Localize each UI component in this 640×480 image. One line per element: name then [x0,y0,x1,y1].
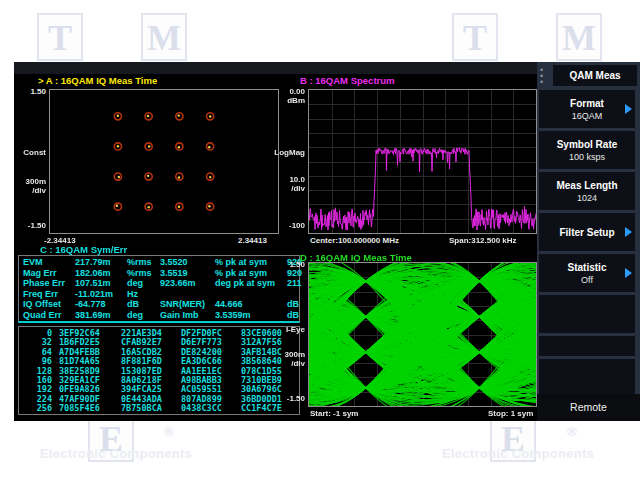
panel-a-axis-label: Const [14,148,46,157]
panel-c-header: C : 16QAM Sym/Err [40,244,127,255]
hex-word: 7B750BCA [121,404,181,413]
softkey-sidebar: ••• QAM Meas Format 16QAM Symbol Rate 10… [537,62,640,421]
softkey-label: Symbol Rate [557,139,618,150]
center-frequency-label: Center:100.000000 MHz [310,236,399,245]
symerr-unit: deg [127,310,160,321]
panel-b-ref-level: 0.00 [265,87,305,96]
symerr-row: Mag Err 182.06m %rms 3.5519 % pk at sym … [23,268,299,279]
panel-a-div-value: 300m [14,177,46,186]
watermark-letter-m: M [141,13,187,61]
watermark-caption: Electronic Components [28,446,204,461]
panel-d-ref-label: 1.50 [265,260,305,269]
softkey-buttons: Format 16QAM Symbol Rate 100 ksps Meas L… [539,90,635,400]
menu-handle-icon[interactable]: ••• [540,67,548,85]
symerr-desc: 3.5359m [215,310,287,321]
panel-a-xmax-label: 2.34413 [238,236,267,245]
symerr-value2: SNR(MER) [160,299,215,310]
softkey-button[interactable]: Format 16QAM [539,90,635,128]
page: T M T M E E ® ® Electronic Components El… [0,0,640,480]
watermark-caption: Electronic Components [430,446,606,461]
symerr-value3: dB [287,299,309,310]
panel-d-axis-label: I-Eye [265,325,305,334]
symerr-value2: 923.66m [160,278,215,289]
symerr-value2 [160,289,215,300]
symerr-row: Quad Err 381.69m deg Gain Imb 3.5359m dB [23,310,299,321]
hex-offset: 32 [19,338,59,347]
symerr-value: 182.06m [75,268,127,279]
symerr-unit: deg [127,278,160,289]
symerr-row: Freq Err -11.021m Hz [23,289,299,300]
constellation-plot [49,89,279,234]
analyzer-screen: > A : 16QAM IQ Meas Time 1.50 Const 300m… [14,62,640,421]
symerr-row: Phase Err 107.51m deg 923.66m deg pk at … [23,278,299,289]
softkey-button[interactable]: Statistic Off [539,254,635,292]
symerr-param: IQ Offset [23,299,75,310]
hex-offset: 0 [19,329,59,338]
panel-b-div-label: /div [265,184,305,193]
symerr-desc: 44.666 [215,299,287,310]
eye-canvas [309,263,536,406]
softkey-button[interactable] [539,359,635,397]
softkey-value: 1024 [577,193,597,203]
symerr-param: Freq Err [23,289,75,300]
remote-status-button[interactable]: Remote [537,394,640,421]
menu-title: QAM Meas [553,65,637,86]
symerr-value2: 3.5520 [160,257,215,268]
spectrum-plot [308,89,537,234]
panel-d-div-label: /div [265,359,305,368]
symerr-value2: 3.5519 [160,268,215,279]
softkey-button[interactable]: Symbol Rate 100 ksps [539,131,635,169]
symerr-desc: deg pk at sym [215,278,287,289]
eye-plot [308,262,537,407]
softkey-button[interactable]: Meas Length 1024 [539,172,635,210]
softkey-value: 100 ksps [569,152,605,162]
watermark-letter-t: T [452,13,498,61]
hex-row: 256 7085F4E6 7B750BCA 0438C3CC CC1F4C7E [19,404,299,413]
symbol-hex-table: 0 3EF92C64 221AE3D4 DF2FD0FC 83CE0600 32… [18,326,300,415]
softkey-label: Statistic [568,262,607,273]
symerr-table: EVM 217.79m %rms 3.5520 % pk at sym 920 … [18,255,300,323]
panel-b-scale-type: LogMag [265,148,305,157]
screen-top-strip [14,62,537,74]
watermark-letter-t: T [37,13,83,61]
watermark-letter-m: M [556,13,602,61]
panel-b-ref-unit: dBm [265,96,305,105]
symerr-unit: %rms [127,257,160,268]
symerr-param: Mag Err [23,268,75,279]
submenu-arrow-icon [625,268,632,278]
hex-word: CC1F4C7E [241,404,299,413]
constellation-canvas [50,90,278,233]
hex-word: 7085F4E6 [59,404,121,413]
panel-a-div-label: /div [14,186,46,195]
panel-a-ref-label: 1.50 [14,87,46,96]
spectrum-canvas [309,90,536,233]
eye-start-label: Start: -1 sym [310,409,358,418]
symerr-desc [215,289,287,300]
panel-d-bottom-label: -1.50 [265,394,305,403]
hex-offset: 64 [19,348,59,357]
submenu-arrow-icon [625,104,632,114]
softkey-button[interactable] [539,336,635,356]
symerr-value: 217.79m [75,257,127,268]
hex-word: 0438C3CC [181,404,241,413]
panel-a-bottom-label: -1.50 [14,221,46,230]
symerr-param: Phase Err [23,278,75,289]
symerr-unit: dB [127,299,160,310]
symerr-value: -64.778 [75,299,127,310]
symerr-param: Quad Err [23,310,75,321]
symerr-value3 [287,289,299,300]
registered-icon: ® [567,424,577,439]
symerr-value: -11.021m [75,289,127,300]
softkey-button[interactable]: Filter Setup [539,213,635,251]
span-label: Span:312.500 kHz [449,236,517,245]
hex-offset: 256 [19,404,59,413]
softkey-label: Meas Length [556,180,617,191]
symerr-value3: dB [287,310,309,321]
panel-d-div-value: 300m [265,350,305,359]
symerr-row: EVM 217.79m %rms 3.5520 % pk at sym 920 [23,257,299,268]
softkey-value: 16QAM [572,111,603,121]
symerr-row: IQ Offset -64.778 dB SNR(MER) 44.666 dB [23,299,299,310]
softkey-button[interactable] [539,295,635,333]
symerr-desc: % pk at sym [215,268,287,279]
panel-a-header: > A : 16QAM IQ Meas Time [38,75,157,86]
